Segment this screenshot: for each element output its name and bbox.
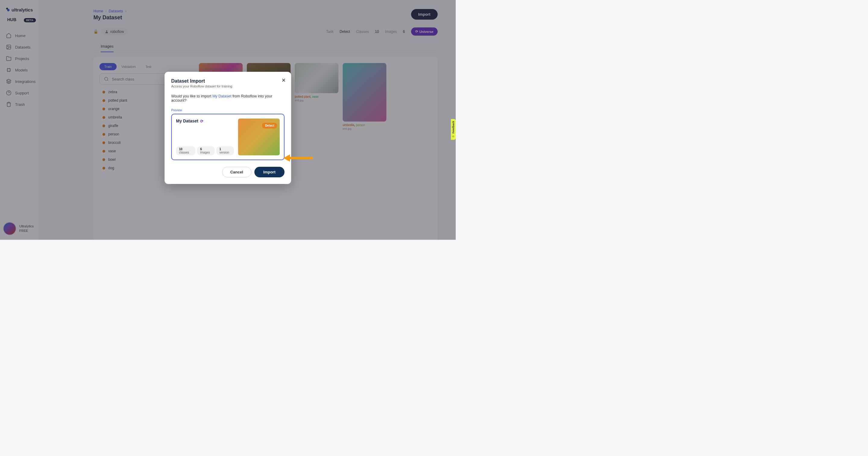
modal-subtitle: Access your Roboflow dataset for trainin… (171, 84, 284, 88)
feedback-tab[interactable]: ☺ Feedback (451, 119, 456, 140)
feedback-icon: ☺ (452, 135, 455, 138)
cancel-button[interactable]: Cancel (222, 167, 251, 177)
confirm-import-button[interactable]: Import (254, 167, 284, 177)
close-button[interactable]: ✕ (281, 77, 286, 84)
detect-badge: Detect (262, 123, 277, 129)
preview-name: My Dataset ⟳ (176, 118, 234, 123)
feedback-label: Feedback (452, 121, 455, 134)
body-prefix: Would you like to import (171, 94, 213, 98)
preview-card: My Dataset ⟳ 10 classes 6 images 1 versi… (171, 114, 284, 160)
stat-classes: 10 classes (176, 146, 195, 155)
annotation-arrow (283, 155, 313, 161)
modal-actions: Cancel Import (171, 167, 284, 177)
preview-label: Preview (171, 109, 284, 112)
preview-image: Detect (238, 118, 280, 155)
stat-versions: 1 version (216, 146, 234, 155)
roboflow-icon: ⟳ (200, 119, 204, 123)
modal-body: Would you like to import My Dataset from… (171, 94, 284, 103)
modal-title: Dataset Import (171, 78, 284, 84)
stat-images: 6 images (197, 146, 215, 155)
body-dataset-name: My Dataset (213, 94, 231, 98)
preview-stats: 10 classes 6 images 1 version (176, 146, 234, 155)
preview-name-text: My Dataset (176, 118, 198, 123)
import-modal: ✕ Dataset Import Access your Roboflow da… (164, 72, 291, 184)
